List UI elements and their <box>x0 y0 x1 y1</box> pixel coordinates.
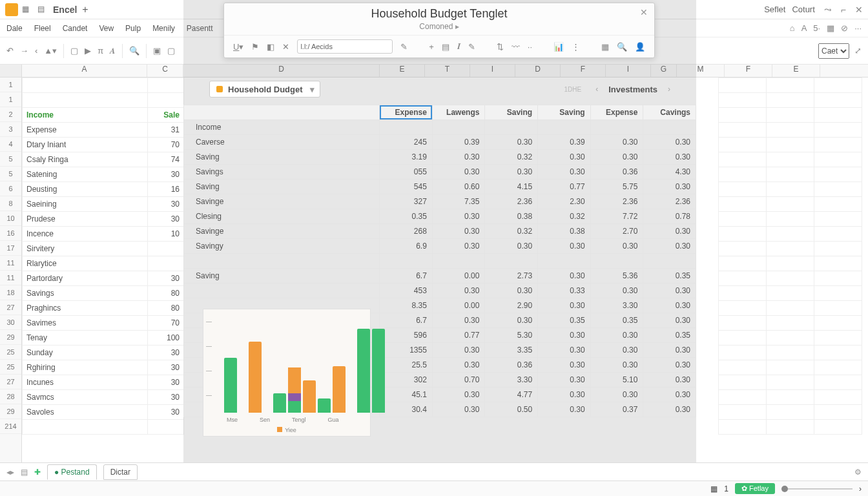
cell[interactable]: 2.70 <box>590 224 643 239</box>
grid2-icon[interactable]: ▦ <box>601 42 609 52</box>
cell[interactable]: 2.36 <box>485 194 538 209</box>
cell[interactable] <box>719 420 767 435</box>
cell[interactable]: 0.30 <box>432 165 485 180</box>
cell[interactable] <box>380 254 433 269</box>
cell[interactable]: Tenay <box>23 331 148 346</box>
cell[interactable]: 4.30 <box>643 165 696 180</box>
cell[interactable]: 453 <box>380 284 433 298</box>
cell[interactable]: 0.78 <box>643 209 696 224</box>
cell[interactable] <box>814 375 862 390</box>
cell[interactable]: 100 <box>148 331 184 346</box>
cell[interactable]: 0.30 <box>538 388 591 402</box>
cell[interactable]: 30 <box>148 390 184 405</box>
column-header[interactable]: Expense <box>590 105 643 120</box>
cell[interactable]: 0.30 <box>538 239 591 254</box>
cell[interactable]: Income <box>23 108 148 123</box>
cell[interactable] <box>767 197 814 212</box>
cell[interactable]: 0.30 <box>643 402 696 417</box>
cell[interactable] <box>767 182 814 197</box>
cell[interactable]: 596 <box>380 328 433 343</box>
row-number[interactable]: 5 <box>0 167 21 181</box>
cell[interactable]: 70 <box>148 316 184 331</box>
cell[interactable]: 0.30 <box>485 313 538 328</box>
cell[interactable]: 16 <box>148 182 184 197</box>
view-grid-icon[interactable]: ▦ <box>710 484 718 493</box>
more-icon[interactable]: ··· <box>854 23 862 33</box>
expand-icon[interactable]: ⤢ <box>854 46 862 56</box>
cell[interactable]: 0.38 <box>538 224 591 239</box>
cell[interactable]: 5.75 <box>590 180 643 194</box>
cell[interactable] <box>719 93 767 108</box>
tab-pestand[interactable]: ● Pestand <box>47 464 97 480</box>
cell[interactable]: Sale <box>148 108 184 123</box>
cell[interactable]: 30 <box>148 167 184 182</box>
cell[interactable]: 4.15 <box>485 180 538 194</box>
cell[interactable] <box>767 212 814 227</box>
row-number[interactable]: 27 <box>0 300 21 315</box>
cell[interactable]: 30 <box>148 271 184 286</box>
cell[interactable]: 30 <box>148 360 184 375</box>
border-icon[interactable]: ▢ <box>70 46 78 56</box>
plus-icon[interactable]: + <box>429 42 434 52</box>
copy-icon[interactable]: ▣ <box>153 46 161 56</box>
cell[interactable] <box>767 331 814 346</box>
cell[interactable]: 0.77 <box>432 328 485 343</box>
cell[interactable] <box>538 120 591 135</box>
cell[interactable] <box>719 375 767 390</box>
cell[interactable] <box>148 78 184 93</box>
cell[interactable]: 8.35 <box>380 298 433 313</box>
search-icon[interactable]: 🔍 <box>617 42 627 52</box>
cell[interactable] <box>767 360 814 375</box>
cell[interactable] <box>719 316 767 331</box>
row-number[interactable]: 17 <box>0 241 21 256</box>
cell[interactable] <box>814 123 862 138</box>
cell[interactable]: 0.30 <box>590 135 643 150</box>
cell[interactable]: 0.30 <box>643 224 696 239</box>
cell[interactable] <box>814 420 862 435</box>
cell[interactable]: 0.33 <box>538 284 591 298</box>
underline-icon[interactable]: U▾ <box>233 42 243 52</box>
cell[interactable] <box>719 197 767 212</box>
cell[interactable]: 45.1 <box>380 388 433 402</box>
cell[interactable] <box>767 375 814 390</box>
cell[interactable]: 30 <box>148 405 184 420</box>
italic-icon[interactable]: 𝑨 <box>110 46 116 56</box>
tabs-add-icon[interactable]: ✚ <box>34 468 41 477</box>
menu-fleel[interactable]: Fleel <box>34 24 51 33</box>
cell[interactable]: Praghincs <box>23 301 148 316</box>
cell[interactable] <box>719 271 767 286</box>
cell[interactable] <box>719 405 767 420</box>
cell[interactable]: 0.35 <box>380 209 433 224</box>
cell[interactable]: 80 <box>148 286 184 301</box>
menu-vew[interactable]: Vew <box>99 24 114 33</box>
close-window-icon[interactable]: ✕ <box>855 5 863 15</box>
row-label[interactable]: Savinge <box>184 224 380 239</box>
cell[interactable] <box>719 301 767 316</box>
cell[interactable]: 25.5 <box>380 358 433 373</box>
row-number[interactable]: 11 <box>0 271 21 285</box>
row-number[interactable]: 30 <box>0 315 21 330</box>
cell[interactable] <box>643 254 696 269</box>
cell[interactable] <box>814 405 862 420</box>
row-number[interactable]: 6 <box>0 181 21 196</box>
row-number[interactable]: 29 <box>0 330 21 345</box>
paste-icon[interactable]: ▤ <box>442 42 450 52</box>
wave-icon[interactable]: 〰 <box>512 42 520 52</box>
cell[interactable] <box>380 120 433 135</box>
cell[interactable]: 0.30 <box>643 135 696 150</box>
cell[interactable] <box>767 271 814 286</box>
tab-settings-icon[interactable]: ⚙ <box>854 468 862 477</box>
cell[interactable] <box>719 390 767 405</box>
redo-icon[interactable]: → <box>20 46 28 56</box>
cell[interactable] <box>538 254 591 269</box>
cell[interactable] <box>719 78 767 93</box>
cell[interactable] <box>814 212 862 227</box>
paint-icon[interactable]: ▲▾ <box>44 46 57 56</box>
cell[interactable]: 2.36 <box>643 194 696 209</box>
cell[interactable]: Satening <box>23 167 148 182</box>
cell[interactable]: 0.30 <box>590 388 643 402</box>
cell[interactable] <box>814 167 862 182</box>
col-E2[interactable]: E <box>772 65 820 77</box>
cell[interactable]: 3.35 <box>485 343 538 358</box>
titlebar-btn-seflet[interactable]: Seflet <box>764 5 785 14</box>
